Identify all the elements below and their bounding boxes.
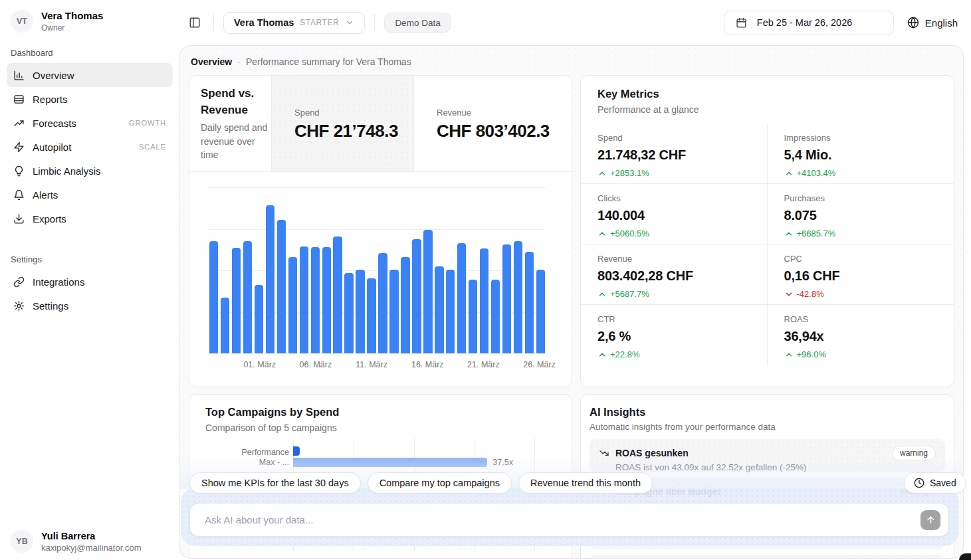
spend-bar[interactable] [333,236,342,353]
sidebar-item-integrations[interactable]: Integrations [7,270,173,294]
spend-bar[interactable] [255,285,263,353]
spend-tab[interactable]: Spend CHF 21’748.3 [271,76,414,171]
current-user[interactable]: YB Yuli Barrera kaxipokyj@mailinator.com [11,530,141,553]
spend-bar[interactable] [367,278,376,353]
metric-delta: -42.8% [797,289,824,299]
send-button[interactable] [920,510,940,530]
sidebar-item-exports[interactable]: Exports [7,207,173,231]
divider [213,14,214,31]
language-selector[interactable]: English [907,17,958,29]
sidebar-item-label: Overview [33,70,74,81]
sidebar-item-label: Exports [33,213,66,225]
metric-revenue: Revenue 803.402,28 CHF +5687.7% [581,244,768,305]
sidebar-item-settings[interactable]: Settings [7,294,173,318]
lightbulb-icon [13,165,25,177]
workspace-switcher[interactable]: Vera Thomas STARTER [223,12,365,34]
bell-icon [13,189,25,201]
metric-delta: +2853.1% [610,168,649,178]
plan-badge-growth: GROWTH [129,119,166,127]
suggestion-chip-compare[interactable]: Compare my top campaigns [368,472,512,494]
user-avatar: YB [11,530,33,553]
spend-bar[interactable] [378,253,387,353]
spend-bar[interactable] [288,257,297,353]
revenue-tab[interactable]: Revenue CHF 803’402.3 [414,76,572,171]
spend-revenue-title: Spend vs. Revenue [201,86,271,118]
spend-bar[interactable] [232,248,241,353]
sidebar: VT Vera Thomas Owner Dashboard Overview … [0,0,179,560]
ai-chat-input-container [189,503,949,537]
chevron-up-icon [784,350,794,359]
campaign-roas-bar[interactable] [293,458,487,467]
metric-clicks: Clicks 140.004 +5060.5% [581,184,768,244]
spend-bar[interactable] [322,247,331,353]
workspace-header[interactable]: VT Vera Thomas Owner [0,0,179,43]
spend-bar[interactable] [525,252,534,353]
sidebar-item-label: Limbic Analysis [33,165,101,177]
chevron-down-icon [345,18,354,27]
suggestion-chip-kpis[interactable]: Show me KPIs for the last 30 days [189,472,361,494]
sidebar-item-forecasts[interactable]: Forecasts GROWTH [7,111,173,135]
metric-delta: +5060.5% [610,229,649,238]
language-label: English [925,17,958,29]
spend-bar[interactable] [446,270,455,353]
insight-over-budget: Kampagne über Budget warning [590,555,945,559]
sidebar-item-limbic-analysis[interactable]: Limbic Analysis [7,159,173,183]
spend-bar[interactable] [401,257,409,353]
x-axis-tick: 21. März [467,360,500,369]
spend-bar[interactable] [412,239,421,353]
saved-prompts-button[interactable]: Saved [904,472,966,494]
sidebar-item-alerts[interactable]: Alerts [7,183,173,207]
spend-bar[interactable] [491,280,500,353]
chevron-down-icon [784,290,794,299]
user-email: kaxipokyj@mailinator.com [41,543,141,553]
divider [374,14,375,31]
sidebar-item-label: Forecasts [33,118,76,129]
spend-bar[interactable] [536,270,545,353]
x-axis-tick: 26. März [523,360,556,369]
sidebar-item-label: Integrations [33,276,84,288]
spend-bar[interactable] [356,270,364,353]
spend-revenue-card: Spend vs. Revenue Daily spend and revenu… [189,75,572,387]
sidebar-item-reports[interactable]: Reports [7,87,173,111]
spend-bar[interactable] [469,280,477,353]
x-axis-tick: 11. März [356,360,387,369]
spend-bar[interactable] [243,241,252,353]
topbar: Vera Thomas STARTER Demo Data Feb 25 - M… [179,0,971,45]
spend-bar[interactable] [480,248,488,353]
x-axis-tick: 06. März [300,360,332,369]
spend-bar[interactable] [423,230,432,353]
arrow-up-icon [926,515,936,525]
sidebar-item-autopilot[interactable]: Autopilot SCALE [7,135,173,159]
bar-chart-icon [13,70,25,81]
date-range-picker[interactable]: Feb 25 - Mar 26, 2026 [724,11,894,35]
spend-bar[interactable] [502,244,511,353]
suggestion-chip-revenue-trend[interactable]: Revenue trend this month [518,472,653,494]
page-title: Overview [191,56,232,67]
metric-delta: +96.0% [797,349,826,359]
daily-spend-chart: 01. März06. März11. März16. März21. März… [189,172,572,377]
spend-bar[interactable] [311,247,320,353]
sidebar-item-overview[interactable]: Overview [7,63,173,87]
spend-bar[interactable] [514,241,522,353]
saved-label: Saved [930,478,956,488]
spend-bar[interactable] [266,205,274,353]
top-campaigns-subtitle: Comparison of top 5 campaigns [205,422,556,433]
x-axis-tick: 01. März [243,360,276,369]
campaign-spend-bar[interactable] [293,446,300,456]
spend-bar[interactable] [277,220,286,353]
spend-bar[interactable] [300,246,308,353]
workspace-avatar: VT [11,10,33,33]
spend-bar[interactable] [389,270,398,353]
spend-bar[interactable] [435,266,443,353]
spend-bar[interactable] [221,298,229,353]
spend-bar[interactable] [209,241,218,353]
workspace-role: Owner [41,23,103,33]
sidebar-toggle-button[interactable] [185,13,204,32]
link-icon [13,276,25,288]
ai-chat-input[interactable] [205,514,920,525]
metric-delta: +5687.7% [610,289,649,299]
spend-bar[interactable] [457,243,466,353]
plan-badge-scale: SCALE [139,143,166,151]
spend-bar[interactable] [344,273,353,353]
workspace-plan-badge: STARTER [300,18,339,27]
